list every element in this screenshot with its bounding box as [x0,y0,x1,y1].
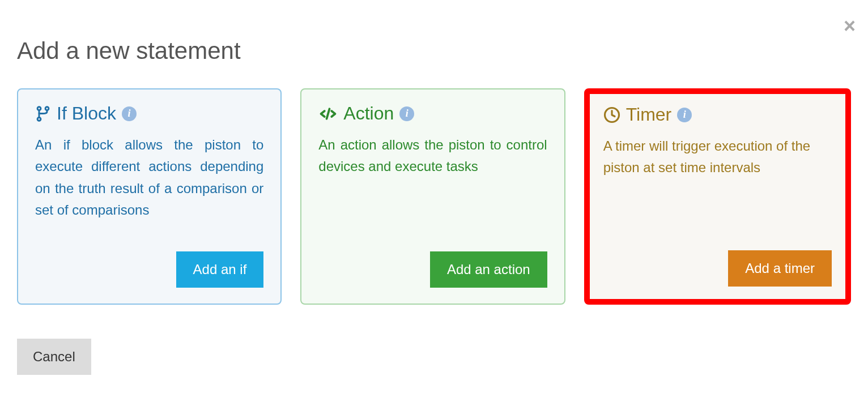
cancel-button[interactable]: Cancel [17,339,91,375]
add-if-button[interactable]: Add an if [176,251,264,288]
if-card-header: If Block i [35,103,263,124]
action-card-title: Action [343,103,394,124]
timer-card-title: Timer [626,104,672,125]
code-icon [318,105,338,122]
timer-card-header: Timer i [603,104,832,125]
info-icon[interactable]: i [122,106,137,121]
if-block-card: If Block i An if block allows the piston… [17,88,282,305]
action-card: Action i An action allows the piston to … [300,88,565,305]
add-action-button[interactable]: Add an action [430,251,547,288]
if-card-description: An if block allows the piston to execute… [35,134,263,240]
add-timer-button[interactable]: Add a timer [728,250,832,287]
timer-button-row: Add a timer [603,250,832,287]
branch-icon [35,105,51,122]
close-icon[interactable]: × [844,16,856,36]
modal-title: Add a new statement [17,37,851,65]
add-statement-modal: × Add a new statement If Block i An if b… [0,0,868,393]
action-card-header: Action i [318,103,547,124]
if-card-title: If Block [57,103,116,124]
statement-cards-row: If Block i An if block allows the piston… [17,88,851,305]
info-icon[interactable]: i [399,106,414,121]
clock-icon [603,106,620,123]
svg-line-3 [327,109,330,119]
timer-card-description: A timer will trigger execution of the pi… [603,135,832,239]
action-button-row: Add an action [318,251,547,288]
if-button-row: Add an if [35,251,263,288]
timer-card: Timer i A timer will trigger execution o… [584,88,851,305]
action-card-description: An action allows the piston to control d… [318,134,547,240]
info-icon[interactable]: i [677,108,692,122]
